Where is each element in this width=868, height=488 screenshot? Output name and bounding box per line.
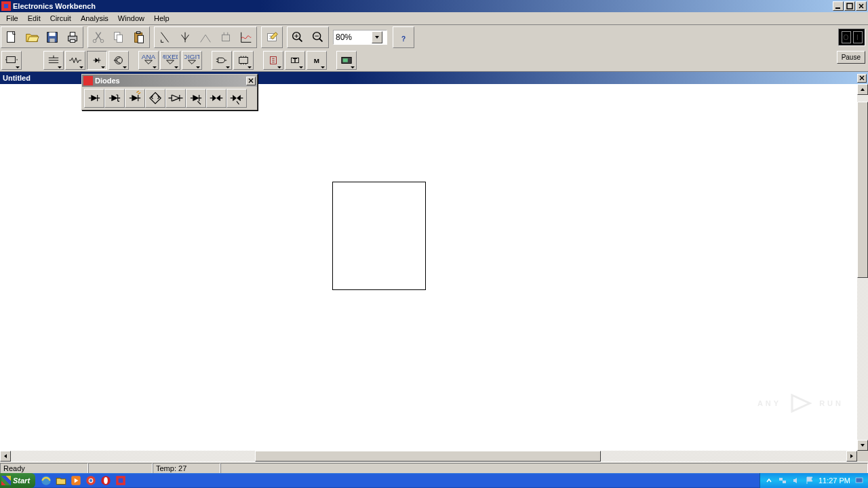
mixed-ics-palette[interactable]: MIXED — [160, 51, 180, 70]
close-button[interactable] — [856, 1, 867, 11]
basic-palette[interactable] — [43, 51, 64, 70]
menu-circuit[interactable]: Circuit — [45, 13, 76, 24]
diac-component[interactable] — [206, 89, 226, 108]
flip-vertical-button[interactable] — [195, 27, 216, 47]
diodes-palette-close[interactable] — [246, 77, 256, 85]
tray-chevron-icon[interactable] — [764, 476, 774, 485]
explorer-icon[interactable] — [54, 474, 68, 487]
new-button[interactable] — [1, 27, 22, 47]
vscroll-track[interactable] — [857, 95, 868, 440]
zener-diode-component[interactable] — [104, 89, 125, 108]
document-title: Untitled — [3, 74, 31, 82]
component-properties-button[interactable] — [262, 27, 282, 47]
diodes-palette-icon — [83, 76, 93, 85]
zoom-input[interactable] — [334, 31, 372, 43]
menu-help[interactable]: Help — [149, 13, 174, 24]
instruments-palette[interactable] — [336, 51, 357, 70]
opera-icon[interactable] — [99, 474, 113, 487]
paste-button[interactable] — [129, 27, 149, 47]
print-button[interactable] — [62, 27, 83, 47]
vertical-scrollbar[interactable] — [857, 84, 868, 451]
svg-text:T: T — [293, 56, 297, 64]
svg-rect-0 — [835, 7, 840, 9]
svg-text:DIGIT: DIGIT — [184, 54, 199, 60]
menu-file[interactable]: File — [1, 13, 23, 24]
save-button[interactable] — [42, 27, 62, 47]
transistors-palette[interactable] — [108, 51, 129, 70]
svg-rect-43 — [783, 481, 786, 483]
graph-button[interactable] — [236, 27, 256, 47]
zoom-out-button[interactable] — [308, 27, 328, 47]
start-button[interactable]: Start — [0, 473, 35, 488]
chrome-icon[interactable] — [84, 474, 98, 487]
tray-flag-icon[interactable] — [805, 476, 814, 485]
watermark: ANY RUN — [757, 390, 844, 417]
cut-button[interactable] — [88, 27, 108, 47]
zoom-in-button[interactable] — [288, 27, 308, 47]
circuit-canvas[interactable]: ANY RUN — [0, 84, 857, 451]
svg-rect-32 — [343, 58, 348, 62]
document-area: ANY RUN — [0, 84, 868, 462]
controls-palette[interactable]: T — [285, 51, 305, 70]
triac-component[interactable] — [226, 89, 247, 108]
open-button[interactable] — [22, 27, 42, 47]
svg-point-37 — [90, 479, 93, 483]
taskbar: Start 11:27 PM — [0, 473, 868, 488]
menu-analysis[interactable]: Analysis — [76, 13, 113, 24]
main-toolbar: ? O I — [0, 25, 868, 49]
scroll-left-button[interactable] — [0, 451, 11, 462]
maximize-button[interactable] — [844, 1, 855, 11]
diodes-palette-titlebar[interactable]: Diodes — [82, 75, 257, 87]
diodes-palette-window[interactable]: Diodes — [81, 74, 258, 110]
vscroll-thumb[interactable] — [857, 102, 868, 278]
help-button[interactable]: ? — [393, 27, 414, 47]
document-close-button[interactable] — [857, 74, 867, 83]
svg-rect-5 — [50, 39, 54, 43]
zoom-combo[interactable] — [333, 30, 387, 45]
scroll-right-button[interactable] — [846, 451, 857, 462]
menu-edit[interactable]: Edit — [23, 13, 45, 24]
flip-horizontal-button[interactable] — [175, 27, 195, 47]
misc-palette[interactable]: M — [307, 51, 327, 70]
menubar: File Edit Circuit Analysis Window Help — [0, 12, 868, 25]
logic-gates-palette[interactable] — [212, 51, 232, 70]
scroll-down-button[interactable] — [857, 440, 868, 451]
system-tray: 11:27 PM — [760, 473, 868, 488]
minimize-button[interactable] — [833, 1, 844, 11]
svg-rect-1 — [847, 3, 852, 9]
indicators-palette[interactable] — [263, 51, 283, 70]
digital-palette[interactable] — [233, 51, 254, 70]
svg-rect-12 — [117, 35, 122, 42]
subcircuit-button[interactable] — [216, 27, 236, 47]
bridge-rectifier-component[interactable] — [145, 89, 165, 108]
simulation-switch[interactable]: O I — [838, 28, 865, 46]
zoom-dropdown[interactable] — [372, 31, 382, 43]
media-player-icon[interactable] — [69, 474, 83, 487]
diode-component[interactable] — [84, 89, 104, 108]
menu-window[interactable]: Window — [113, 13, 149, 24]
svg-text:MIXED: MIXED — [163, 54, 178, 60]
schottky-diode-component[interactable] — [165, 89, 186, 108]
tray-network-icon[interactable] — [778, 476, 787, 485]
scr-component[interactable] — [186, 89, 206, 108]
ie-icon[interactable] — [39, 474, 53, 487]
diodes-palette[interactable] — [87, 51, 107, 70]
copy-button[interactable] — [108, 27, 129, 47]
passive-palette[interactable] — [65, 51, 85, 70]
rotate-button[interactable] — [155, 27, 175, 47]
sources-palette[interactable] — [1, 51, 22, 70]
tray-monitor-icon[interactable] — [854, 476, 864, 485]
scroll-up-button[interactable] — [857, 84, 868, 95]
pause-button[interactable]: Pause — [837, 51, 865, 64]
digital-ics-palette[interactable]: DIGIT — [182, 51, 202, 70]
hscroll-track[interactable] — [11, 451, 846, 462]
analog-ics-palette[interactable]: ANA — [138, 51, 159, 70]
svg-text:?: ? — [401, 35, 406, 43]
taskbar-clock[interactable]: 11:27 PM — [818, 476, 850, 485]
horizontal-scrollbar[interactable] — [0, 451, 857, 462]
tray-volume-icon[interactable] — [791, 476, 801, 485]
led-component[interactable] — [125, 89, 145, 108]
hscroll-thumb[interactable] — [255, 451, 601, 462]
svg-rect-15 — [136, 32, 140, 34]
ewb-taskbar-icon[interactable] — [114, 474, 127, 487]
